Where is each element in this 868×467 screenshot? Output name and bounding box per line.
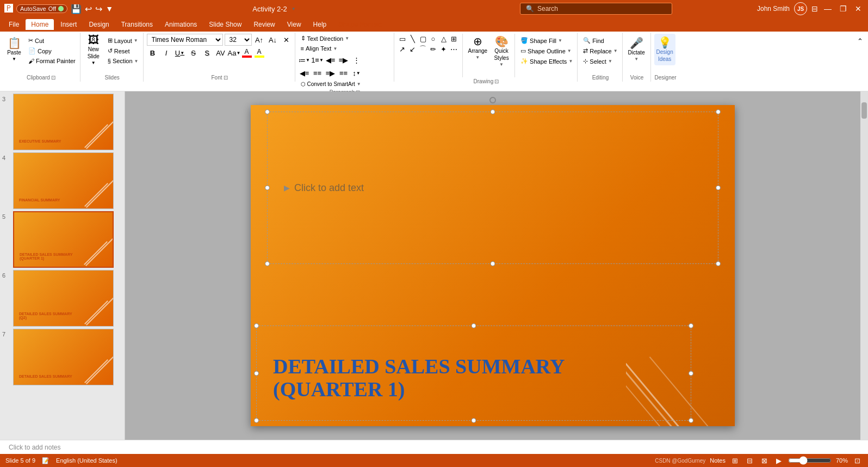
- search-bar[interactable]: 🔍: [520, 3, 672, 15]
- lower-handle-mr[interactable]: [689, 371, 693, 376]
- underline-button[interactable]: U ▼: [174, 47, 186, 59]
- copy-button[interactable]: 📄 Copy: [26, 46, 78, 56]
- strikethrough-button[interactable]: S: [188, 47, 200, 59]
- shape-more[interactable]: ⊞: [449, 34, 459, 44]
- slide-thumbnail-5[interactable]: DETAILED SALES SUMMARY(QUARTER 1): [13, 211, 114, 268]
- increase-font-button[interactable]: A↑: [253, 34, 265, 46]
- handle-bc[interactable]: [491, 261, 495, 266]
- cut-button[interactable]: ✂ Cut: [26, 36, 78, 45]
- numbering-button[interactable]: 1≡ ▼: [312, 54, 324, 66]
- line-spacing-button[interactable]: ↕ ▼: [351, 67, 363, 79]
- lower-handle-tl[interactable]: [254, 323, 259, 328]
- dictate-button[interactable]: 🎤 Dictate ▼: [626, 34, 647, 65]
- reading-view-button[interactable]: ⊠: [759, 456, 770, 466]
- handle-bl[interactable]: [265, 261, 270, 266]
- columns-button[interactable]: ⋮: [351, 54, 363, 66]
- shape-curve[interactable]: ⌒: [418, 44, 428, 54]
- slide-thumb-4[interactable]: 4 FINANCIAL SUMMARY: [2, 152, 122, 209]
- clipboard-expand-icon[interactable]: ⊡: [51, 75, 55, 81]
- shadow-button[interactable]: S: [201, 47, 213, 59]
- align-right-button[interactable]: ≡▶: [325, 67, 337, 79]
- menu-help[interactable]: Help: [308, 19, 332, 30]
- search-input[interactable]: [537, 5, 666, 13]
- notes-button[interactable]: Notes: [710, 457, 726, 464]
- lower-handle-tc[interactable]: [472, 323, 476, 328]
- slide-title[interactable]: DETAILED SALES SUMMARY(QUARTER 1): [273, 355, 565, 401]
- close-button[interactable]: ✕: [853, 3, 864, 14]
- clear-format-button[interactable]: ✕: [281, 34, 293, 46]
- shape-outline-button[interactable]: ▭ Shape Outline ▼: [518, 46, 575, 56]
- font-family-select[interactable]: Times New Roman: [147, 34, 223, 46]
- menu-review[interactable]: Review: [248, 19, 280, 30]
- text-direction-button[interactable]: ⇕ Text Direction ▼: [299, 34, 352, 43]
- lower-handle-br[interactable]: [689, 418, 693, 423]
- handle-tr[interactable]: [716, 109, 721, 114]
- normal-view-button[interactable]: ⊞: [730, 456, 740, 466]
- title-dropdown-arrow[interactable]: ▼: [292, 7, 296, 11]
- ribbon-display-icon[interactable]: ⊟: [811, 4, 818, 13]
- shape-freeform[interactable]: ✏: [429, 44, 438, 54]
- notes-icon[interactable]: 📝: [42, 457, 49, 464]
- handle-tl[interactable]: [265, 109, 270, 114]
- lower-handle-bc[interactable]: [472, 418, 476, 423]
- lower-handle-bl[interactable]: [254, 418, 259, 423]
- autosave-toggle[interactable]: AutoSave Off: [16, 4, 67, 13]
- align-center-button[interactable]: ≡≡: [312, 67, 324, 79]
- change-case-button[interactable]: Aa ▼: [228, 47, 240, 59]
- slide-thumb-6[interactable]: 6 DETAILED SALES SUMMARY(Q2): [2, 270, 122, 327]
- find-button[interactable]: 🔍 Find: [581, 36, 606, 45]
- slide-thumbnail-3[interactable]: EXECUTIVE SUMMARY: [13, 94, 114, 150]
- shape-rectangle[interactable]: ▭: [398, 34, 407, 44]
- shape-star[interactable]: ✦: [439, 44, 449, 54]
- shape-rounded-rect[interactable]: ▢: [418, 34, 428, 44]
- font-color-button[interactable]: A: [242, 48, 252, 58]
- fit-slide-button[interactable]: ⊡: [852, 456, 863, 466]
- shape-oval[interactable]: ○: [429, 34, 438, 44]
- slide-thumbnail-6[interactable]: DETAILED SALES SUMMARY(Q2): [13, 270, 114, 327]
- notes-bar[interactable]: Click to add notes: [0, 440, 868, 454]
- lower-handle-tr[interactable]: [689, 323, 693, 328]
- format-painter-button[interactable]: 🖌 Format Painter: [26, 57, 78, 65]
- menu-design[interactable]: Design: [83, 19, 114, 30]
- slide-canvas[interactable]: ▶ Click to add text DETAILED SALES SUMMA…: [251, 105, 735, 426]
- design-ideas-button[interactable]: 💡 Design Ideas: [654, 34, 675, 65]
- menu-insert[interactable]: Insert: [55, 19, 82, 30]
- justify-button[interactable]: ≡≡: [338, 67, 350, 79]
- slideshow-button[interactable]: ▶: [774, 456, 784, 466]
- new-slide-button[interactable]: 🖼 New Slide ▼: [84, 34, 103, 65]
- restore-button[interactable]: ❐: [838, 3, 848, 14]
- shape-extra[interactable]: ⋯: [449, 44, 459, 54]
- shape-triangle[interactable]: △: [439, 34, 449, 44]
- menu-file[interactable]: File: [3, 19, 24, 30]
- minimize-button[interactable]: —: [822, 3, 833, 14]
- new-slide-dropdown[interactable]: ▼: [91, 60, 96, 65]
- ribbon-collapse-button[interactable]: ⌃: [854, 35, 866, 47]
- redo-icon[interactable]: ↪: [95, 4, 102, 14]
- handle-ml[interactable]: [265, 186, 270, 191]
- shape-arrow[interactable]: ↗: [398, 44, 407, 54]
- arrange-button[interactable]: ⊕ Arrange ▼: [466, 35, 490, 61]
- menu-transitions[interactable]: Transitions: [116, 19, 158, 30]
- font-expand-icon[interactable]: ⊡: [224, 75, 228, 81]
- drawing-expand-icon[interactable]: ⊡: [494, 78, 499, 84]
- italic-button[interactable]: I: [160, 47, 172, 59]
- bold-button[interactable]: B: [147, 47, 159, 59]
- shape-fill-button[interactable]: 🪣 Shape Fill ▼: [518, 36, 575, 45]
- menu-home[interactable]: Home: [26, 19, 54, 30]
- quick-styles-button[interactable]: 🎨 Quick Styles ▼: [492, 35, 511, 68]
- save-icon[interactable]: 💾: [71, 4, 82, 14]
- shape-line[interactable]: ╲: [408, 34, 418, 44]
- shape-effects-button[interactable]: ✨ Shape Effects ▼: [518, 57, 575, 66]
- menu-view[interactable]: View: [282, 19, 307, 30]
- slide-thumb-5[interactable]: 5 DETAILED SALES SUMMARY(QUARTER 1): [2, 211, 122, 268]
- bullets-button[interactable]: ≔ ▼: [299, 54, 311, 66]
- handle-mr[interactable]: [716, 186, 721, 191]
- increase-indent-button[interactable]: ≡▶: [338, 54, 350, 66]
- text-box-lower[interactable]: DETAILED SALES SUMMARY(QUARTER 1): [256, 325, 691, 421]
- zoom-slider[interactable]: [788, 456, 832, 465]
- menu-shapeformat[interactable]: Shape Format: [333, 19, 387, 30]
- shape-bent[interactable]: ↙: [408, 44, 418, 54]
- align-text-button[interactable]: ≡ Align Text ▼: [299, 44, 340, 53]
- slide-thumbnail-4[interactable]: FINANCIAL SUMMARY: [13, 152, 114, 209]
- paste-dropdown[interactable]: ▼: [12, 57, 16, 62]
